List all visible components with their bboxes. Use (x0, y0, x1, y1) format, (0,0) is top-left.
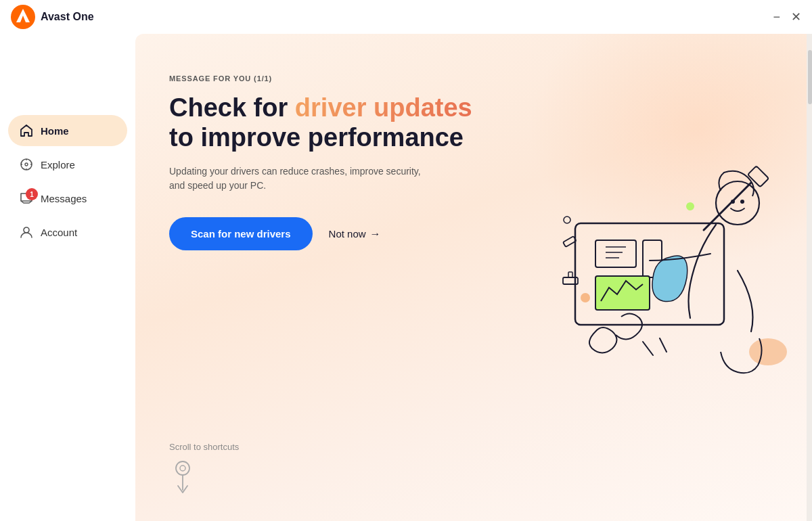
sidebar-home-label: Home (41, 125, 69, 137)
svg-point-0 (11, 5, 35, 29)
account-icon (19, 225, 34, 240)
app-logo: Avast One (11, 5, 94, 29)
explore-icon (19, 157, 34, 172)
sidebar-explore-label: Explore (41, 159, 75, 171)
arrow-icon: → (370, 228, 381, 240)
message-label: MESSAGE FOR YOU (1/1) (169, 74, 778, 83)
headline-part2: to improve performance (169, 123, 464, 152)
sidebar-item-explore[interactable]: Explore (8, 149, 127, 180)
headline: Check for driver updates to improve perf… (169, 93, 494, 152)
svg-point-7 (24, 227, 29, 233)
minimize-button[interactable]: − (773, 11, 780, 23)
messages-badge: 1 (26, 188, 38, 200)
not-now-label: Not now (329, 228, 366, 240)
home-icon (19, 123, 34, 138)
headline-part1: Check for (169, 93, 295, 122)
card-content: MESSAGE FOR YOU (1/1) Check for driver u… (135, 34, 812, 422)
svg-point-30 (180, 466, 185, 471)
close-button[interactable]: ✕ (791, 11, 801, 23)
svg-point-1 (21, 159, 32, 170)
sidebar-item-messages[interactable]: 1 Messages (8, 183, 127, 214)
main-area: MESSAGE FOR YOU (1/1) Check for driver u… (135, 0, 812, 521)
sidebar-item-home[interactable]: Home (8, 115, 127, 146)
headline-highlight: driver updates (295, 93, 472, 122)
actions: Scan for new drivers Not now → (169, 217, 778, 250)
main-content: MESSAGE FOR YOU (1/1) Check for driver u… (135, 34, 812, 521)
svg-point-2 (25, 163, 28, 166)
window-controls: − ✕ (773, 11, 801, 23)
messages-icon: 1 (19, 191, 34, 206)
avast-logo-icon (11, 5, 35, 29)
title-bar: Avast One − ✕ (0, 0, 812, 34)
sidebar: Home Explore 1 Messages (0, 0, 135, 521)
scroll-down-icon (169, 459, 778, 501)
not-now-button[interactable]: Not now → (329, 228, 381, 240)
app-name: Avast One (41, 11, 94, 23)
sub-text: Updating your drivers can reduce crashes… (169, 164, 426, 193)
sidebar-item-account[interactable]: Account (8, 217, 127, 248)
sidebar-account-label: Account (41, 227, 77, 238)
scroll-section: Scroll to shortcuts (135, 422, 812, 521)
svg-point-29 (176, 461, 189, 475)
sidebar-messages-label: Messages (41, 193, 87, 204)
scroll-label: Scroll to shortcuts (169, 442, 778, 452)
scan-button[interactable]: Scan for new drivers (169, 217, 313, 250)
